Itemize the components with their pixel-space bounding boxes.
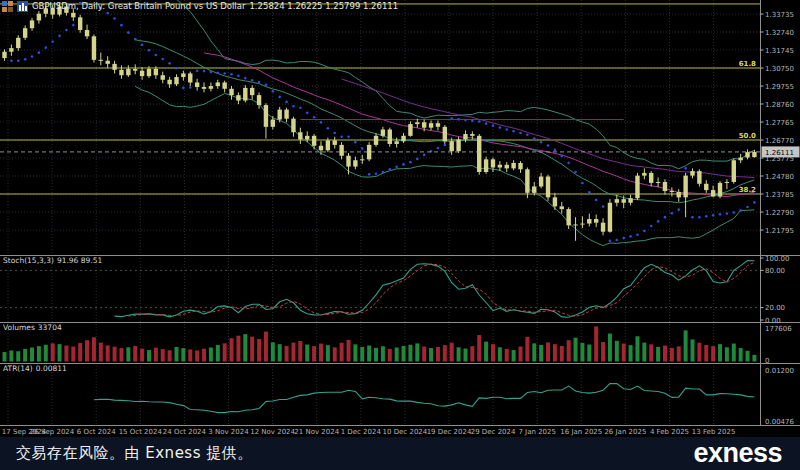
svg-text:1.33735: 1.33735 xyxy=(765,11,794,19)
svg-text:16 Jan 2025: 16 Jan 2025 xyxy=(560,428,602,436)
svg-text:1.27765: 1.27765 xyxy=(765,119,794,127)
svg-text:50.0: 50.0 xyxy=(739,132,756,140)
svg-text:0.00: 0.00 xyxy=(765,317,781,325)
panel-separators xyxy=(0,0,800,426)
atr-panel xyxy=(94,384,755,413)
volumes-panel xyxy=(3,327,757,362)
svg-text:1.22790: 1.22790 xyxy=(765,209,794,217)
candlesticks xyxy=(2,3,756,241)
svg-text:3 Nov 2024: 3 Nov 2024 xyxy=(208,428,249,436)
svg-text:26 Sep 2024: 26 Sep 2024 xyxy=(30,428,75,436)
svg-text:1.28760: 1.28760 xyxy=(765,101,794,109)
chart-area[interactable]: 61.850.038.21.337351.327401.317451.30750… xyxy=(0,0,800,437)
svg-text:1.24780: 1.24780 xyxy=(765,173,794,181)
stoch-k-line xyxy=(115,261,755,318)
trading-terminal: 61.850.038.21.337351.327401.317451.30750… xyxy=(0,0,800,470)
svg-text:0.00476: 0.00476 xyxy=(765,418,794,426)
svg-text:29 Dec 2024: 29 Dec 2024 xyxy=(471,428,516,436)
time-scale[interactable]: 17 Sep 202426 Sep 20246 Oct 202415 Oct 2… xyxy=(2,428,736,436)
svg-text:1.26770: 1.26770 xyxy=(765,137,794,145)
svg-text:0.01200: 0.01200 xyxy=(765,367,794,375)
svg-text:10 Dec 2024: 10 Dec 2024 xyxy=(383,428,428,436)
svg-text:1.29755: 1.29755 xyxy=(765,83,794,91)
svg-text:26 Jan 2025: 26 Jan 2025 xyxy=(604,428,646,436)
risk-disclaimer: 交易存在风险。由 Exness 提供。 xyxy=(16,444,253,463)
svg-text:1 Dec 2024: 1 Dec 2024 xyxy=(341,428,382,436)
svg-text:15 Oct 2024: 15 Oct 2024 xyxy=(119,428,163,436)
svg-text:6 Oct 2024: 6 Oct 2024 xyxy=(77,428,116,436)
svg-text:1.32740: 1.32740 xyxy=(765,29,794,37)
exness-logo: exness xyxy=(693,438,782,469)
svg-text:1.30750: 1.30750 xyxy=(765,65,794,73)
psar-dots xyxy=(10,2,756,242)
svg-text:177606: 177606 xyxy=(765,325,792,333)
svg-text:12 Nov 2024: 12 Nov 2024 xyxy=(250,428,295,436)
trading-chart[interactable]: 61.850.038.21.337351.327401.317451.30750… xyxy=(0,0,800,437)
svg-text:4 Feb 2025: 4 Feb 2025 xyxy=(650,428,689,436)
svg-text:1.31745: 1.31745 xyxy=(765,47,794,55)
svg-text:24 Oct 2024: 24 Oct 2024 xyxy=(163,428,207,436)
svg-text:7 Jan 2025: 7 Jan 2025 xyxy=(518,428,556,436)
svg-text:1.23785: 1.23785 xyxy=(765,191,794,199)
footer-bar: 交易存在风险。由 Exness 提供。 exness xyxy=(0,437,800,470)
svg-text:1.26111: 1.26111 xyxy=(765,149,794,157)
svg-text:0: 0 xyxy=(765,357,769,365)
moving-averages xyxy=(204,53,754,197)
svg-text:13 Feb 2025: 13 Feb 2025 xyxy=(692,428,736,436)
svg-text:19 Dec 2024: 19 Dec 2024 xyxy=(427,428,472,436)
atr-line xyxy=(94,384,755,413)
svg-text:80.00: 80.00 xyxy=(765,267,785,275)
svg-text:20.00: 20.00 xyxy=(765,304,785,312)
svg-text:100.00: 100.00 xyxy=(765,255,790,263)
svg-text:61.8: 61.8 xyxy=(739,60,756,68)
svg-text:21 Nov 2024: 21 Nov 2024 xyxy=(294,428,339,436)
svg-text:1.21795: 1.21795 xyxy=(765,227,794,235)
stochastic-panel xyxy=(0,261,760,318)
